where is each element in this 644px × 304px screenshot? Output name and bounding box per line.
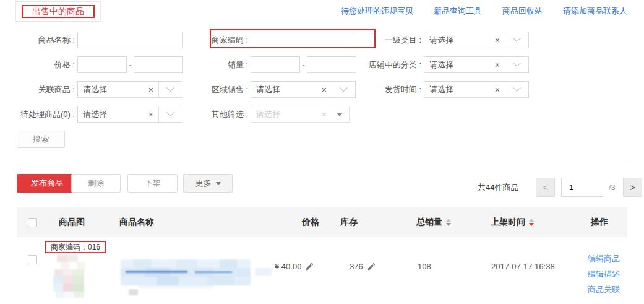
related-products-select[interactable]: 请选择 ×	[77, 81, 182, 98]
price-value: ¥ 40.00	[275, 262, 301, 271]
select-all-checkbox[interactable]	[28, 218, 37, 227]
more-label: 更多	[195, 178, 212, 189]
stock-value: 376	[350, 262, 363, 271]
range-dash: -	[127, 61, 134, 69]
clear-x-icon[interactable]: ×	[322, 85, 327, 94]
product-name-input[interactable]	[77, 32, 183, 48]
row-actions: 编辑商品 编辑描述 商品关联	[588, 253, 620, 295]
ship-time-select[interactable]: 请选择 ×	[424, 81, 529, 98]
product-name-label: 商品名称 :	[1, 35, 75, 46]
table-header: 商品图 商品名称 价格 库存 总销量 上架时间 操作	[17, 207, 627, 237]
filter-price: 价格 : -	[1, 56, 183, 73]
product-image-blurred[interactable]	[48, 253, 104, 302]
filter-category: 一级类目 : 请选择 ×	[349, 32, 529, 48]
filter-related-products: 关联商品 : 请选择 ×	[1, 81, 182, 98]
section-divider	[17, 160, 627, 160]
top-links: 待您处理的违规宝贝 新品查询工具 商品回收站 请添加商品联系人	[341, 6, 627, 17]
col-stock: 库存	[340, 207, 358, 237]
pending-products-select[interactable]: 请选择 ×	[77, 106, 182, 123]
tab-label: 出售中的商品	[32, 6, 84, 17]
listed-time-value: 2017-07-17 16:38	[491, 262, 555, 271]
other-filter-label: 其他筛选 :	[173, 109, 248, 120]
sales-min-input[interactable]	[251, 56, 300, 73]
publish-product-button[interactable]: 发布商品	[17, 174, 77, 193]
ship-time-select-value: 请选择 ×	[424, 82, 505, 97]
filter-regional-sales: 区域销售 : 请选择 ×	[173, 81, 356, 98]
row-checkbox[interactable]	[28, 255, 37, 264]
price-label: 价格 :	[1, 59, 75, 71]
col-product-name: 商品名称	[119, 207, 154, 237]
col-price: 价格	[302, 207, 319, 237]
category-select-value: 请选择 ×	[424, 32, 505, 48]
total-products-count: 共44件商品	[478, 178, 518, 197]
total-sales-value: 108	[418, 262, 431, 271]
sort-arrows-icon[interactable]	[446, 219, 451, 226]
product-association-link[interactable]: 商品关联	[588, 284, 620, 295]
shop-category-label: 店铺中的分类 :	[349, 59, 421, 71]
delete-button[interactable]: 删除	[71, 174, 121, 193]
page-number-input[interactable]	[561, 178, 603, 197]
chevron-down-icon[interactable]	[505, 57, 528, 72]
merchant-code-label: 商家编码 :	[173, 35, 248, 46]
clear-x-icon[interactable]: ×	[148, 110, 153, 119]
filter-merchant-code: 商家编码 :	[173, 32, 356, 48]
col-listed-time-sort[interactable]: 上架时间	[491, 207, 534, 237]
regional-sales-select[interactable]: 请选择 ×	[251, 81, 356, 98]
clear-x-icon[interactable]: ×	[148, 85, 153, 94]
range-dash: -	[300, 61, 307, 69]
products-on-sale-page: 出售中的商品 待您处理的违规宝贝 新品查询工具 商品回收站 请添加商品联系人 商…	[0, 0, 644, 304]
chevron-down-icon[interactable]	[505, 32, 528, 48]
shop-category-select[interactable]: 请选择 ×	[424, 56, 529, 73]
price-min-input[interactable]	[77, 56, 127, 73]
pending-products-select-value: 请选择 ×	[78, 106, 158, 122]
link-product-recycle-bin[interactable]: 商品回收站	[502, 6, 543, 17]
edit-stock-pencil-icon[interactable]	[367, 262, 376, 271]
clear-x-icon[interactable]: ×	[495, 36, 500, 45]
link-add-product-contact[interactable]: 请添加商品联系人	[563, 6, 627, 17]
merchant-code-annotation-badge: 商家编码：016	[45, 241, 106, 253]
header-divider	[0, 22, 644, 22]
edit-product-link[interactable]: 编辑商品	[588, 253, 620, 264]
related-products-select-value: 请选择 ×	[78, 82, 158, 97]
col-total-sales-sort[interactable]: 总销量	[416, 207, 451, 237]
related-products-label: 关联商品 :	[1, 84, 75, 95]
more-button[interactable]: 更多	[183, 174, 233, 193]
page-total-label: /3	[609, 178, 616, 197]
clear-x-icon[interactable]: ×	[322, 110, 327, 119]
prev-page-button[interactable]: <	[536, 178, 555, 197]
col-product-image: 商品图	[59, 207, 85, 237]
col-actions: 操作	[591, 207, 608, 237]
link-violation-items[interactable]: 待您处理的违规宝贝	[341, 6, 413, 17]
filter-pending-products: 待处理商品(0) : 请选择 ×	[1, 106, 182, 123]
regional-sales-select-value: 请选择 ×	[251, 82, 332, 97]
search-button[interactable]: 搜索	[17, 131, 65, 148]
caret-down-icon	[216, 182, 221, 185]
other-filter-select[interactable]: 请选择 ×	[251, 106, 350, 123]
pending-products-label: 待处理商品(0) :	[1, 109, 75, 120]
filter-ship-time: 发货时间 : 请选择 ×	[349, 81, 529, 98]
edit-description-link[interactable]: 编辑描述	[588, 269, 620, 280]
ship-time-label: 发货时间 :	[349, 84, 421, 95]
edit-price-pencil-icon[interactable]	[305, 262, 314, 271]
filter-product-name: 商品名称 :	[1, 32, 183, 48]
category-label: 一级类目 :	[349, 35, 421, 46]
chevron-down-icon[interactable]	[505, 82, 528, 97]
other-filter-select-value: 请选择 ×	[251, 106, 332, 122]
clear-x-icon[interactable]: ×	[495, 85, 500, 94]
merchant-code-input[interactable]	[251, 32, 356, 48]
shop-category-select-value: 请选择 ×	[424, 57, 505, 72]
filter-sales: 销量 : -	[173, 56, 356, 73]
filter-other: 其他筛选 : 请选择 ×	[173, 106, 350, 123]
category-select[interactable]: 请选择 ×	[424, 32, 529, 48]
next-page-button[interactable]: >	[623, 178, 642, 197]
clear-x-icon[interactable]: ×	[495, 61, 500, 69]
filter-shop-category: 店铺中的分类 : 请选择 ×	[349, 56, 529, 73]
link-new-product-query-tool[interactable]: 新品查询工具	[434, 6, 482, 17]
sort-arrows-icon[interactable]	[529, 219, 534, 226]
products-table: 商品图 商品名称 价格 库存 总销量 上架时间 操作 商家编码：016	[17, 207, 627, 304]
sales-label: 销量 :	[173, 59, 248, 71]
caret-down-icon[interactable]	[337, 113, 343, 116]
product-name-blurred[interactable]	[121, 258, 275, 295]
tab-products-on-sale[interactable]: 出售中的商品	[15, 1, 101, 22]
offshelf-button[interactable]: 下架	[127, 174, 178, 193]
